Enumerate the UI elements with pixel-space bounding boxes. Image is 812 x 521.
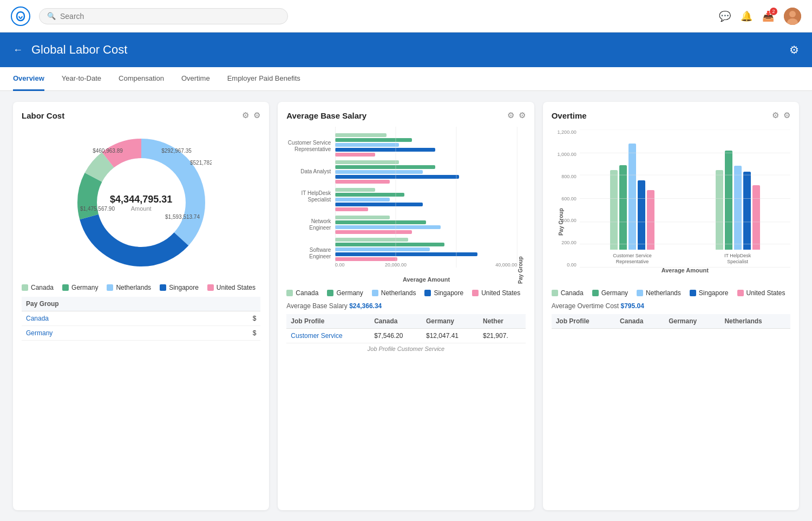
leg-singapore-2: Singapore bbox=[424, 289, 463, 297]
overtime-table: Job Profile Canada Germany Netherlands bbox=[552, 314, 790, 329]
ot-col-job: Job Profile bbox=[552, 314, 615, 329]
donut-amount-label: Amount bbox=[131, 205, 152, 212]
tab-employer-paid-benefits[interactable]: Employer Paid Benefits bbox=[227, 67, 300, 91]
table-cell-canada[interactable]: Canada bbox=[22, 311, 206, 326]
yaxis-label-2: Data Analyst bbox=[300, 168, 331, 175]
labor-cost-icons: ⚙ ⚙ bbox=[242, 110, 260, 120]
salary-legend: Canada Germany Netherlands Singapore Uni… bbox=[286, 289, 525, 297]
notification-icon[interactable]: 🔔 bbox=[741, 10, 752, 22]
top-nav: 🔍 💬 🔔 📥 2 bbox=[0, 0, 812, 32]
config-icon-2[interactable]: ⚙ bbox=[519, 110, 526, 120]
vbar-chart-wrapper: 0.00 200.00 400.00 600.00 800.00 1,000.0… bbox=[552, 127, 790, 284]
filter-icon[interactable]: ⚙ bbox=[242, 110, 249, 120]
yaxis-labels: Customer ServiceRepresentative Data Anal… bbox=[286, 127, 335, 284]
config-icon[interactable]: ⚙ bbox=[253, 110, 260, 120]
tab-overtime[interactable]: Overtime bbox=[181, 67, 210, 91]
labor-cost-header: Labor Cost ⚙ ⚙ bbox=[22, 110, 260, 120]
message-icon[interactable]: 💬 bbox=[719, 10, 731, 22]
tab-overview[interactable]: Overview bbox=[13, 67, 44, 91]
vaxis-600: 600.00 bbox=[561, 196, 577, 201]
table-row: Germany $ bbox=[22, 326, 260, 341]
table-col-value bbox=[206, 297, 261, 311]
vgrid bbox=[580, 129, 790, 268]
settings-icon[interactable]: ⚙ bbox=[789, 43, 799, 56]
tab-year-to-date[interactable]: Year-to-Date bbox=[62, 67, 101, 91]
leg-germany-3: Germany bbox=[592, 289, 628, 297]
page-header: ← Global Labor Cost ⚙ bbox=[0, 32, 812, 67]
grid-svg: 0.00 20,000.00 40,000.00 bbox=[335, 127, 517, 268]
overtime-icons: ⚙ ⚙ bbox=[772, 110, 790, 120]
canada-dot bbox=[22, 284, 28, 291]
salary-table-row: Customer Service $7,546.20 $12,047.41 $2… bbox=[286, 329, 525, 343]
table-cell-canada-val: $ bbox=[206, 311, 261, 326]
leg-canada-3: Canada bbox=[552, 289, 584, 297]
germany-dot bbox=[62, 284, 69, 291]
overtime-summary: Average Overtime Cost $795.04 bbox=[552, 302, 790, 310]
avg-salary-title: Average Base Salary bbox=[286, 111, 366, 120]
legend-canada: Canada bbox=[22, 284, 54, 291]
salary-cs-canada: $7,546.20 bbox=[370, 329, 422, 343]
vbar-yaxis-title: Pay Group bbox=[558, 209, 564, 236]
salary-table: Job Profile Canada Germany Nether Custom… bbox=[286, 314, 525, 343]
back-button[interactable]: ← bbox=[13, 44, 23, 56]
vaxis-200: 200.00 bbox=[561, 240, 577, 245]
avatar[interactable] bbox=[784, 8, 801, 25]
vaxis-1200: 1,200.00 bbox=[558, 129, 577, 135]
yaxis-label-3: IT HelpDeskSpecialist bbox=[301, 190, 331, 203]
search-bar[interactable]: 🔍 bbox=[39, 8, 288, 24]
vbar-xaxis-label: Average Amount bbox=[580, 267, 790, 273]
tab-compensation[interactable]: Compensation bbox=[119, 67, 164, 91]
search-input[interactable] bbox=[60, 12, 280, 21]
leg-netherlands-3: Netherlands bbox=[637, 289, 681, 297]
ot-col-nether: Netherlands bbox=[720, 314, 790, 329]
table-cell-germany-val: $ bbox=[206, 326, 261, 341]
xaxis-label: Average Amount bbox=[335, 276, 517, 283]
salary-col-job: Job Profile bbox=[286, 314, 370, 329]
tabs-bar: Overview Year-to-Date Compensation Overt… bbox=[0, 67, 812, 91]
svg-text:$1,593,513.74: $1,593,513.74 bbox=[165, 214, 200, 220]
filter-icon-3[interactable]: ⚙ bbox=[772, 110, 779, 120]
avg-salary-header: Average Base Salary ⚙ ⚙ bbox=[286, 110, 525, 120]
salary-cs-nether: $21,907. bbox=[479, 329, 526, 343]
yaxis-label-5: SoftwareEngineer bbox=[309, 247, 331, 260]
donut-chart-container: $292,967.35 $521,782.43 $1,475,567.90 $1… bbox=[22, 127, 260, 278]
legend-germany: Germany bbox=[62, 284, 98, 291]
svg-text:$521,782.43: $521,782.43 bbox=[190, 160, 212, 166]
vaxis-1000: 1,000.00 bbox=[558, 152, 577, 157]
vaxis-800: 800.00 bbox=[561, 174, 577, 179]
main-content: Labor Cost ⚙ ⚙ bbox=[0, 91, 812, 521]
overtime-title: Overtime bbox=[552, 111, 587, 120]
config-icon-3[interactable]: ⚙ bbox=[783, 110, 790, 120]
table-row: Canada $ bbox=[22, 311, 260, 326]
hbar-chart-wrapper: Customer ServiceRepresentative Data Anal… bbox=[286, 127, 525, 284]
leg-netherlands-2: Netherlands bbox=[372, 289, 416, 297]
overtime-header: Overtime ⚙ ⚙ bbox=[552, 110, 790, 120]
filter-icon-2[interactable]: ⚙ bbox=[507, 110, 514, 120]
svg-text:20,000.00: 20,000.00 bbox=[385, 262, 407, 268]
job-profile-label: Job Profile Customer Service bbox=[286, 346, 525, 352]
yaxis-title: Pay Group bbox=[518, 127, 523, 284]
inbox-icon[interactable]: 📥 2 bbox=[762, 10, 774, 22]
donut-total: $4,344,795.31 bbox=[110, 194, 172, 205]
ot-col-canada: Canada bbox=[615, 314, 664, 329]
us-dot bbox=[207, 284, 214, 291]
ot-col-germany: Germany bbox=[664, 314, 720, 329]
hbar-area: 0.00 20,000.00 40,000.00 bbox=[335, 127, 517, 284]
avg-salary-summary: Average Base Salary $24,366.34 bbox=[286, 302, 525, 310]
avg-base-salary-card: Average Base Salary ⚙ ⚙ Customer Service… bbox=[278, 102, 534, 510]
donut-center: $4,344,795.31 Amount bbox=[110, 194, 172, 212]
search-icon: 🔍 bbox=[47, 12, 56, 20]
vaxis-0: 0.00 bbox=[567, 262, 577, 268]
salary-col-nether: Nether bbox=[479, 314, 526, 329]
svg-point-1 bbox=[789, 11, 796, 17]
labor-cost-card: Labor Cost ⚙ ⚙ bbox=[13, 102, 269, 510]
labor-cost-legend: Canada Germany Netherlands Singapore Uni… bbox=[22, 284, 260, 291]
table-cell-germany[interactable]: Germany bbox=[22, 326, 206, 341]
svg-text:$460,963.89: $460,963.89 bbox=[93, 148, 123, 154]
avg-salary-value: $24,366.34 bbox=[349, 302, 382, 310]
salary-col-canada: Canada bbox=[370, 314, 422, 329]
yaxis-label-4: NetworkEngineer bbox=[309, 218, 331, 231]
svg-text:0.00: 0.00 bbox=[335, 262, 345, 268]
salary-row-cs[interactable]: Customer Service bbox=[286, 329, 370, 343]
svg-text:$292,967.35: $292,967.35 bbox=[161, 148, 192, 154]
